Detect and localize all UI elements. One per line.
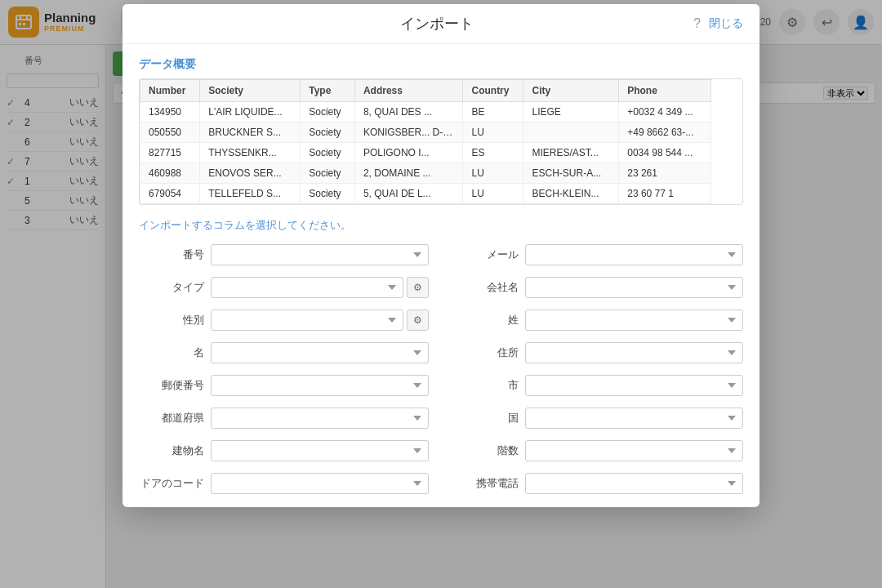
form-label: 市 bbox=[453, 378, 519, 393]
field-mobile-select[interactable] bbox=[525, 473, 743, 494]
table-cell: +49 8662 63-... bbox=[619, 122, 711, 143]
table-cell: 679054 bbox=[140, 184, 200, 204]
table-cell: L'AIR LIQUIDE... bbox=[200, 102, 301, 122]
form-row-field-company: 会社名 bbox=[453, 277, 743, 298]
table-cell: ESCH-SUR-A... bbox=[523, 163, 619, 184]
table-cell: Society bbox=[301, 184, 355, 204]
table-cell bbox=[523, 122, 619, 143]
form-label: 会社名 bbox=[453, 280, 519, 295]
field-gender-gear-button[interactable]: ⚙ bbox=[407, 310, 429, 331]
table-column-header: Type bbox=[301, 80, 355, 102]
form-label: 携帯電話 bbox=[453, 476, 519, 491]
field-building-select[interactable] bbox=[211, 440, 429, 461]
form-row-field-country: 国 bbox=[453, 408, 743, 429]
form-row-field-city: 市 bbox=[453, 375, 743, 396]
table-row: 679054TELLEFELD S...Society5, QUAI DE L.… bbox=[140, 184, 711, 204]
form-label: 建物名 bbox=[139, 443, 204, 458]
form-row-field-address: 住所 bbox=[453, 342, 743, 363]
field-gender-select[interactable] bbox=[211, 310, 403, 331]
form-row-field-postal: 郵便番号 bbox=[139, 375, 429, 396]
form-select-wrap: ⚙ bbox=[211, 277, 429, 298]
table-body: 134950L'AIR LIQUIDE...Society8, QUAI DES… bbox=[140, 102, 711, 204]
table-column-header: City bbox=[523, 80, 619, 102]
import-instruction: インポートするコラムを選択してください。 bbox=[139, 218, 743, 233]
table-cell: BRUCKNER S... bbox=[200, 122, 301, 143]
table-cell: Society bbox=[301, 102, 355, 122]
field-address-select[interactable] bbox=[525, 342, 743, 363]
modal-body: データ概要 NumberSocietyTypeAddressCountryCit… bbox=[122, 44, 760, 507]
data-preview-table-wrap[interactable]: NumberSocietyTypeAddressCountryCityPhone… bbox=[139, 78, 743, 205]
table-cell: 8, QUAI DES ... bbox=[354, 102, 463, 122]
form-row-field-prefecture: 都道府県 bbox=[139, 408, 429, 429]
form-label: 都道府県 bbox=[139, 411, 204, 425]
modal-header: インポート ? 閉じる bbox=[122, 4, 760, 44]
form-label: 番号 bbox=[139, 247, 204, 262]
table-cell: +0032 4 349 ... bbox=[619, 102, 711, 122]
form-select-wrap: ⚙ bbox=[211, 310, 429, 331]
field-country-select[interactable] bbox=[525, 408, 743, 429]
table-cell: LU bbox=[463, 122, 523, 143]
form-row-field-number: 番号 bbox=[139, 244, 429, 265]
form-row-field-doorcode: ドアのコード bbox=[139, 473, 429, 494]
field-company-select[interactable] bbox=[525, 277, 743, 298]
form-label: 名 bbox=[139, 345, 204, 360]
table-cell: Society bbox=[301, 122, 355, 143]
table-row: 827715THYSSENKR...SocietyPOLIGONO I...ES… bbox=[140, 143, 711, 163]
form-label: タイプ bbox=[139, 280, 204, 295]
form-row-field-email: メール bbox=[453, 244, 743, 265]
table-cell: ENOVOS SER... bbox=[200, 163, 301, 184]
form-row-field-lastname: 姓 bbox=[453, 310, 743, 331]
form-row-field-gender: 性別 ⚙ bbox=[139, 310, 429, 331]
modal-help-icon[interactable]: ? bbox=[693, 16, 701, 31]
table-cell: 23 60 77 1 bbox=[619, 184, 711, 204]
table-column-header: Country bbox=[463, 80, 523, 102]
modal-close-button[interactable]: 閉じる bbox=[709, 16, 743, 31]
table-cell: 23 261 bbox=[619, 163, 711, 184]
table-cell: KONIGSBER... D-83313 SIE... bbox=[354, 122, 463, 143]
field-floor-select[interactable] bbox=[525, 440, 743, 461]
table-cell: BE bbox=[463, 102, 523, 122]
table-cell: LU bbox=[463, 163, 523, 184]
table-cell: 5, QUAI DE L... bbox=[354, 184, 463, 204]
field-prefecture-select[interactable] bbox=[211, 408, 429, 429]
form-row-field-mobile: 携帯電話 bbox=[453, 473, 743, 494]
modal-overlay: インポート ? 閉じる データ概要 NumberSocietyTypeAddre… bbox=[0, 0, 882, 588]
field-email-select[interactable] bbox=[525, 244, 743, 265]
form-row-field-floor: 階数 bbox=[453, 440, 743, 461]
data-summary-label: データ概要 bbox=[139, 57, 743, 72]
table-row: 134950L'AIR LIQUIDE...Society8, QUAI DES… bbox=[140, 102, 711, 122]
field-type-select[interactable] bbox=[211, 277, 403, 298]
field-lastname-select[interactable] bbox=[525, 310, 743, 331]
table-column-header: Address bbox=[354, 80, 463, 102]
field-postal-select[interactable] bbox=[211, 375, 429, 396]
table-cell: 460988 bbox=[140, 163, 200, 184]
form-label: 郵便番号 bbox=[139, 378, 204, 393]
modal-header-right: ? 閉じる bbox=[693, 16, 743, 31]
table-header-row: NumberSocietyTypeAddressCountryCityPhone bbox=[140, 80, 711, 102]
modal-title: インポート bbox=[400, 14, 474, 33]
field-city-select[interactable] bbox=[525, 375, 743, 396]
table-cell: 050550 bbox=[140, 122, 200, 143]
form-label: 住所 bbox=[453, 345, 519, 360]
table-cell: MIERES/AST... bbox=[523, 143, 619, 163]
import-form-grid: 番号 メール タイプ ⚙ 会社名 性別 ⚙ 姓 bbox=[139, 244, 743, 494]
field-type-gear-button[interactable]: ⚙ bbox=[407, 277, 429, 298]
field-doorcode-select[interactable] bbox=[211, 473, 429, 494]
form-row-field-type: タイプ ⚙ bbox=[139, 277, 429, 298]
table-column-header: Society bbox=[200, 80, 301, 102]
form-label: 階数 bbox=[453, 443, 519, 458]
import-modal: インポート ? 閉じる データ概要 NumberSocietyTypeAddre… bbox=[122, 4, 760, 507]
form-label: 姓 bbox=[453, 313, 519, 327]
table-cell: BECH-KLEIN... bbox=[523, 184, 619, 204]
form-row-field-firstname: 名 bbox=[139, 342, 429, 363]
table-cell: 827715 bbox=[140, 143, 200, 163]
table-cell: THYSSENKR... bbox=[200, 143, 301, 163]
form-label: メール bbox=[453, 247, 519, 262]
form-label: 国 bbox=[453, 411, 519, 425]
field-number-select[interactable] bbox=[211, 244, 429, 265]
field-firstname-select[interactable] bbox=[211, 342, 429, 363]
table-row: 050550BRUCKNER S...SocietyKONIGSBER... D… bbox=[140, 122, 711, 143]
data-preview-table: NumberSocietyTypeAddressCountryCityPhone… bbox=[140, 79, 711, 204]
table-cell: ES bbox=[463, 143, 523, 163]
table-cell: Society bbox=[301, 143, 355, 163]
